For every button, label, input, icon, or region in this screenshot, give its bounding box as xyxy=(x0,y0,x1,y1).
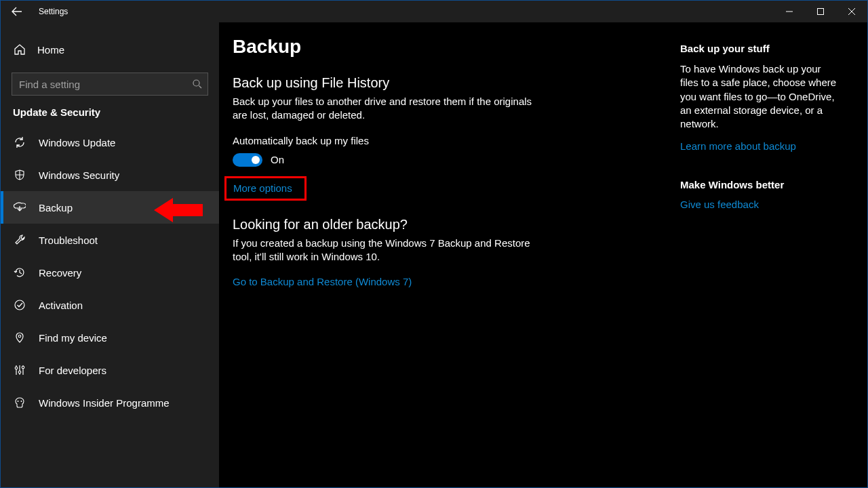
svg-point-2 xyxy=(15,300,24,310)
svg-point-6 xyxy=(22,366,24,369)
sidebar: Home Update & Security Windows Update Wi… xyxy=(1,22,219,487)
maximize-button[interactable] xyxy=(805,1,836,22)
svg-point-8 xyxy=(21,401,22,402)
main-content: Backup Back up using File History Back u… xyxy=(233,36,680,487)
auto-backup-label: Automatically back up my files xyxy=(233,135,680,146)
shield-icon xyxy=(13,169,26,181)
more-options-link[interactable]: More options xyxy=(233,182,292,194)
back-button[interactable] xyxy=(1,1,33,22)
svg-point-3 xyxy=(18,335,21,338)
sidebar-item-label: Windows Security xyxy=(39,169,119,181)
feedback-link[interactable]: Give us feedback xyxy=(680,199,759,210)
sidebar-item-windows-update[interactable]: Windows Update xyxy=(1,126,219,159)
wrench-icon xyxy=(13,234,26,246)
sidebar-item-label: Find my device xyxy=(39,332,107,344)
sidebar-item-windows-security[interactable]: Windows Security xyxy=(1,159,219,191)
sidebar-item-label: For developers xyxy=(39,365,106,376)
section-header: Update & Security xyxy=(1,106,219,126)
right-heading-2: Make Windows better xyxy=(680,179,840,190)
learn-more-link[interactable]: Learn more about backup xyxy=(680,140,796,152)
sidebar-item-insider[interactable]: Windows Insider Programme xyxy=(1,386,219,419)
insider-icon xyxy=(13,396,26,409)
page-title: Backup xyxy=(233,36,680,58)
maximize-icon xyxy=(817,8,824,15)
close-button[interactable] xyxy=(836,1,867,22)
minimize-button[interactable] xyxy=(774,1,805,22)
home-icon xyxy=(13,43,26,56)
toggle-state-text: On xyxy=(271,154,284,165)
file-history-heading: Back up using File History xyxy=(233,75,680,91)
sync-icon xyxy=(13,136,26,148)
minimize-icon xyxy=(786,8,793,15)
home-label: Home xyxy=(37,44,64,56)
right-heading-1: Back up your stuff xyxy=(680,43,840,54)
sliders-icon xyxy=(13,364,26,376)
sidebar-item-activation[interactable]: Activation xyxy=(1,289,219,321)
svg-point-5 xyxy=(18,371,21,373)
search-input[interactable] xyxy=(12,73,208,96)
close-icon xyxy=(848,8,855,15)
older-backup-heading: Looking for an older backup? xyxy=(233,217,680,232)
history-icon xyxy=(13,266,26,279)
older-backup-description: If you created a backup using the Window… xyxy=(233,237,538,264)
home-button[interactable]: Home xyxy=(1,35,219,64)
arrow-left-icon xyxy=(12,6,22,17)
check-circle-icon xyxy=(13,299,26,311)
right-panel: Back up your stuff To have Windows back … xyxy=(680,36,856,487)
location-icon xyxy=(13,331,26,344)
window-title: Settings xyxy=(39,7,68,16)
sidebar-item-label: Windows Insider Programme xyxy=(39,397,170,409)
backup-restore-link[interactable]: Go to Backup and Restore (Windows 7) xyxy=(233,276,412,287)
search-icon xyxy=(192,79,203,89)
svg-point-7 xyxy=(18,401,19,402)
sidebar-item-label: Recovery xyxy=(39,267,81,279)
sidebar-item-troubleshoot[interactable]: Troubleshoot xyxy=(1,224,219,256)
svg-rect-0 xyxy=(818,9,824,15)
sidebar-item-label: Backup xyxy=(39,202,73,214)
svg-point-1 xyxy=(193,80,199,86)
file-history-description: Back up your files to another drive and … xyxy=(233,95,538,123)
sidebar-item-for-developers[interactable]: For developers xyxy=(1,354,219,386)
sidebar-item-label: Activation xyxy=(39,300,83,311)
sidebar-item-label: Troubleshoot xyxy=(39,235,98,246)
sidebar-item-backup[interactable]: Backup xyxy=(1,191,219,224)
svg-point-4 xyxy=(15,367,18,369)
sidebar-item-recovery[interactable]: Recovery xyxy=(1,256,219,289)
right-desc-1: To have Windows back up your files to a … xyxy=(680,62,840,131)
sidebar-item-find-my-device[interactable]: Find my device xyxy=(1,321,219,354)
sidebar-item-label: Windows Update xyxy=(39,137,115,148)
backup-icon xyxy=(13,201,26,214)
titlebar: Settings xyxy=(1,1,867,22)
auto-backup-toggle[interactable] xyxy=(233,153,262,167)
annotation-highlight: More options xyxy=(224,176,307,201)
